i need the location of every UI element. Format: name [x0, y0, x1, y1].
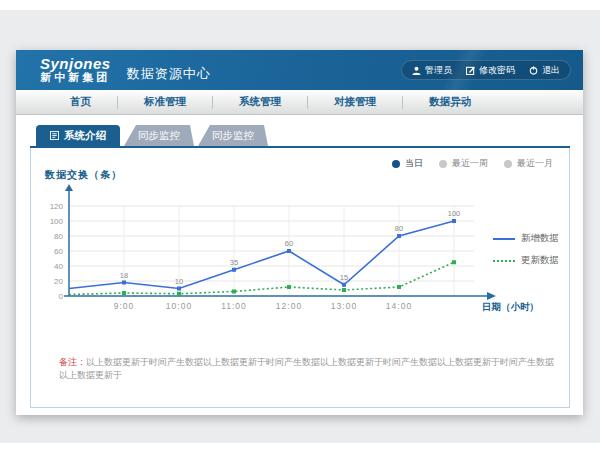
nav-item-interface-mgmt[interactable]: 对接管理 [308, 95, 402, 109]
tab-bar: 系统介绍 同步监控 同步监控 [36, 125, 268, 146]
svg-text:0: 0 [59, 292, 64, 301]
footnote-text: 以上数据更新于时间产生数据以上数据更新于时间产生数据以上数据更新于时间产生数据以… [59, 357, 554, 380]
nav-item-home[interactable]: 首页 [44, 95, 117, 109]
edit-icon [466, 66, 475, 75]
logout-label: 退出 [542, 64, 560, 77]
legend-item: 新增数据 [493, 232, 559, 245]
svg-text:15: 15 [340, 273, 348, 282]
legend-line-sample [493, 260, 515, 262]
svg-text:10: 10 [175, 277, 183, 286]
document-icon [50, 130, 59, 142]
page-title: 数据资源中心 [127, 65, 211, 83]
tab-label: 系统介绍 [64, 129, 106, 143]
footnote: 备注：以上数据更新于时间产生数据以上数据更新于时间产生数据以上数据更新于时间产生… [59, 356, 559, 382]
radio-last-month[interactable]: 最近一月 [504, 157, 553, 170]
radio-dot-icon [392, 160, 400, 168]
tab-sync-monitor-2[interactable]: 同步监控 [198, 125, 268, 146]
svg-text:日期（小时）: 日期（小时） [482, 301, 539, 313]
radio-dot-icon [504, 160, 512, 168]
chart-legend: 新增数据更新数据 [493, 232, 559, 267]
radio-last-week[interactable]: 最近一周 [439, 157, 488, 170]
svg-text:35: 35 [230, 258, 238, 267]
svg-text:120: 120 [50, 202, 64, 211]
svg-text:14:00: 14:00 [386, 301, 412, 311]
content-area: 系统介绍 同步监控 同步监控 当日 最近一周 [16, 115, 583, 415]
nav-item-system-mgmt[interactable]: 系统管理 [213, 95, 307, 109]
tab-sync-monitor-1[interactable]: 同步监控 [124, 125, 194, 146]
change-password-label: 修改密码 [479, 64, 515, 77]
svg-text:80: 80 [395, 224, 403, 233]
change-password-button[interactable]: 修改密码 [466, 64, 515, 77]
line-chart: 0204060801001209:0010:0011:0012:0013:001… [41, 184, 561, 334]
svg-text:9:00: 9:00 [114, 301, 135, 311]
tab-label: 同步监控 [138, 129, 180, 143]
company-logo: Synjones 新中新集团 [40, 56, 111, 83]
logout-button[interactable]: 退出 [529, 64, 560, 77]
radio-label: 最近一月 [517, 157, 553, 170]
footnote-prefix: 备注： [59, 357, 86, 367]
svg-text:18: 18 [120, 271, 128, 280]
svg-text:80: 80 [54, 232, 63, 241]
main-nav: 首页 标准管理 系统管理 对接管理 数据异动 [16, 90, 583, 115]
y-axis-title: 数据交换（条） [45, 168, 122, 182]
chart-panel: 当日 最近一周 最近一月 数据交换（条） 0204060801001209:00… [30, 148, 570, 408]
legend-label: 新增数据 [521, 232, 559, 245]
svg-text:60: 60 [285, 239, 293, 248]
legend-item: 更新数据 [493, 254, 559, 267]
nav-item-standard-mgmt[interactable]: 标准管理 [118, 95, 212, 109]
radio-label: 最近一周 [452, 157, 488, 170]
power-icon [529, 66, 538, 75]
svg-text:10:00: 10:00 [166, 301, 192, 311]
app-window: Synjones 新中新集团 数据资源中心 管理员 修改密码 退出 首页 标准管… [16, 50, 583, 415]
svg-text:40: 40 [54, 262, 63, 271]
svg-text:20: 20 [54, 277, 63, 286]
nav-item-data-change[interactable]: 数据异动 [403, 95, 497, 109]
user-icon [412, 66, 421, 75]
radio-today[interactable]: 当日 [392, 157, 423, 170]
svg-text:60: 60 [54, 247, 63, 256]
svg-text:12:00: 12:00 [276, 301, 302, 311]
svg-text:100: 100 [50, 217, 64, 226]
legend-line-sample [493, 238, 515, 240]
svg-text:13:00: 13:00 [331, 301, 357, 311]
svg-text:100: 100 [448, 209, 461, 218]
legend-label: 更新数据 [521, 254, 559, 267]
time-range-filter: 当日 最近一周 最近一月 [392, 157, 553, 170]
tab-label: 同步监控 [212, 129, 254, 143]
radio-dot-icon [439, 160, 447, 168]
header-actions: 管理员 修改密码 退出 [401, 60, 571, 80]
current-user-button[interactable]: 管理员 [412, 64, 452, 77]
current-user-label: 管理员 [425, 64, 452, 77]
svg-text:11:00: 11:00 [221, 301, 247, 311]
app-header: Synjones 新中新集团 数据资源中心 管理员 修改密码 退出 [16, 50, 583, 90]
logo-company-name: 新中新集团 [40, 72, 111, 84]
tab-system-intro[interactable]: 系统介绍 [36, 125, 120, 146]
radio-label: 当日 [405, 157, 423, 170]
logo-brand: Synjones [40, 56, 111, 72]
